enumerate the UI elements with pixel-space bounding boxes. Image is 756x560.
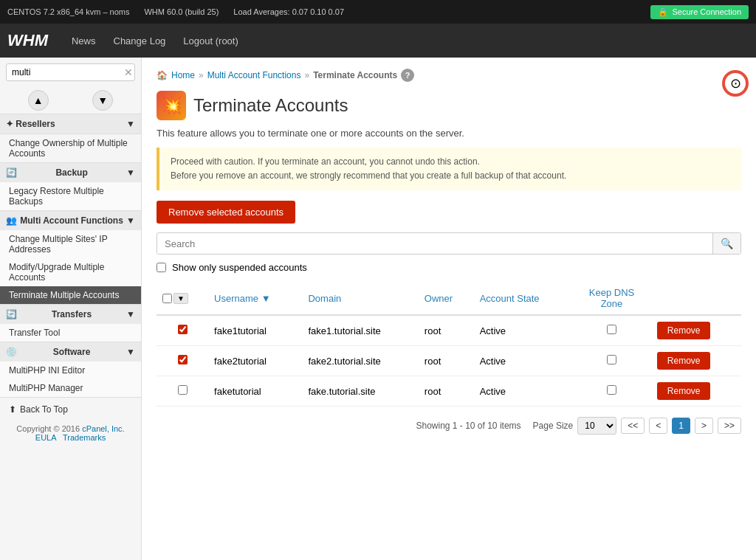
sidebar-section-multi-account-header[interactable]: 👥 Multi Account Functions ▼ [0, 211, 141, 230]
account-search-input[interactable] [157, 234, 712, 254]
row-keep-dns-checkbox-2[interactable] [607, 385, 616, 395]
sidebar-section-software-header[interactable]: 💿 Software ▼ [0, 342, 141, 362]
sidebar-sub-transfers: Transfer Tool [0, 324, 141, 342]
copyright-text: Copyright © 2016 [16, 424, 82, 433]
server-info: CENTOS 7.2 x86_64 kvm – noms WHM 60.0 (b… [7, 7, 344, 16]
pagination-first[interactable]: << [621, 418, 645, 434]
breadcrumb-multi[interactable]: Multi Account Functions [207, 70, 301, 80]
search-row: 🔍 [157, 232, 741, 255]
row-remove-cell: Remove [651, 346, 741, 376]
sidebar-item-terminate[interactable]: Terminate Multiple Accounts [0, 286, 141, 304]
pagination-row: Showing 1 - 10 of 10 items Page Size 10 … [157, 417, 741, 435]
th-username[interactable]: Username ▼ [208, 282, 302, 315]
eula-link[interactable]: EULA [35, 433, 56, 442]
resellers-label: ✦ Resellers [6, 119, 55, 129]
sidebar-section-resellers: ✦ Resellers ▼ [0, 114, 141, 134]
page-description: This feature allows you to terminate one… [157, 128, 741, 139]
row-keep-dns[interactable] [572, 315, 651, 346]
row-owner: root [419, 376, 474, 407]
sidebar-item-change-ownership[interactable]: Change Ownership of Multiple Accounts [0, 134, 141, 162]
sidebar-sub-multi-account: Change Multiple Sites' IP Addresses Modi… [0, 230, 141, 304]
sidebar-section-resellers-header[interactable]: ✦ Resellers ▼ [0, 114, 141, 134]
sidebar-item-transfer-tool[interactable]: Transfer Tool [0, 324, 141, 342]
row-keep-dns-checkbox-0[interactable] [607, 325, 616, 334]
sidebar-item-back-to-top[interactable]: ⬆ Back To Top [0, 401, 141, 418]
nav-changelog[interactable]: Change Log [114, 35, 166, 46]
pagination-prev[interactable]: < [649, 418, 667, 434]
row-keep-dns-checkbox-1[interactable] [607, 355, 616, 364]
nav-logout[interactable]: Logout (root) [183, 35, 238, 46]
sidebar-item-multiphp-manager[interactable]: MultiPHP Manager [0, 379, 141, 397]
row-username: fake2tutorial [208, 346, 302, 376]
sidebar-item-modify-upgrade[interactable]: Modify/Upgrade Multiple Accounts [0, 258, 141, 286]
cpanel-link[interactable]: cPanel, Inc. [82, 424, 124, 433]
warning-line2: Before you remove an account, we strongl… [171, 169, 730, 183]
remove-selected-button[interactable]: Remove selected accounts [157, 201, 295, 224]
sidebar-item-change-ip[interactable]: Change Multiple Sites' IP Addresses [0, 230, 141, 258]
nav-news[interactable]: News [72, 35, 96, 46]
table-row: faketutorial fake.tutorial.site root Act… [157, 376, 741, 407]
pagination-next[interactable]: > [695, 418, 713, 434]
th-owner[interactable]: Owner [419, 282, 474, 315]
warning-box: Proceed with caution. If you terminate a… [157, 148, 741, 190]
help-lifesaver[interactable]: ⊙ [722, 70, 749, 97]
th-keep-dns: Keep DNSZone [572, 282, 651, 315]
breadcrumb-home[interactable]: Home [171, 70, 195, 80]
backup-label: Backup [55, 167, 87, 178]
sidebar-search-input[interactable] [10, 66, 124, 79]
row-domain: fake.tutorial.site [302, 376, 418, 407]
row-remove-button-1[interactable]: Remove [657, 352, 711, 370]
pagination-current[interactable]: 1 [672, 418, 690, 434]
warning-line1: Proceed with caution. If you terminate a… [171, 155, 730, 169]
navbar: WHM News Change Log Logout (root) [0, 24, 756, 58]
th-action [651, 282, 741, 315]
legacy-restore-label: Legacy Restore Multiple Backups [9, 186, 135, 207]
row-checkbox-cell[interactable] [157, 315, 208, 346]
select-all-checkbox[interactable] [162, 294, 172, 303]
row-checkbox-0[interactable] [178, 325, 188, 334]
row-remove-button-2[interactable]: Remove [657, 382, 711, 400]
backup-icon: 🔄 [6, 167, 17, 178]
row-checkbox-1[interactable] [178, 355, 188, 364]
secure-badge: 🔒 Secure Connection [650, 5, 749, 19]
row-state: Active [474, 346, 573, 376]
sidebar-section-backup-header[interactable]: 🔄 Backup ▼ [0, 163, 141, 182]
row-keep-dns[interactable] [572, 346, 651, 376]
row-checkbox-cell[interactable] [157, 346, 208, 376]
whm-version: WHM 60.0 (build 25) [144, 7, 219, 16]
accounts-table: ▼ Username ▼ Domain Owner Account State … [157, 282, 741, 407]
th-domain[interactable]: Domain [302, 282, 418, 315]
breadcrumb-help-icon[interactable]: ? [401, 69, 414, 82]
th-account-state[interactable]: Account State [474, 282, 573, 315]
row-keep-dns[interactable] [572, 376, 651, 407]
whm-logo: WHM [7, 31, 48, 50]
select-dropdown-button[interactable]: ▼ [173, 293, 188, 304]
table-header-row: ▼ Username ▼ Domain Owner Account State … [157, 282, 741, 315]
multi-account-label: Multi Account Functions [20, 215, 123, 226]
row-remove-cell: Remove [651, 315, 741, 346]
load-averages: Load Averages: 0.07 0.10 0.07 [233, 7, 344, 16]
sidebar-nav-arrows: ▲ ▼ [0, 87, 141, 114]
sidebar-nav-up[interactable]: ▲ [28, 90, 49, 111]
search-submit-button[interactable]: 🔍 [712, 233, 740, 254]
sidebar-search-clear[interactable]: ✕ [124, 66, 133, 78]
row-checkbox-2[interactable] [178, 385, 188, 395]
row-remove-cell: Remove [651, 376, 741, 407]
lock-icon: 🔒 [658, 7, 668, 17]
row-remove-button-0[interactable]: Remove [657, 322, 711, 339]
sidebar-item-multiphp-ini[interactable]: MultiPHP INI Editor [0, 362, 141, 379]
sidebar-item-legacy-restore[interactable]: Legacy Restore Multiple Backups [0, 182, 141, 210]
row-state: Active [474, 315, 573, 346]
row-checkbox-cell[interactable] [157, 376, 208, 407]
trademarks-link[interactable]: Trademarks [63, 433, 106, 442]
suspended-filter-checkbox[interactable] [157, 263, 166, 272]
table-row: fake1tutorial fake1.tutorial.site root A… [157, 315, 741, 346]
resellers-chevron: ▼ [126, 119, 135, 129]
pagination-last[interactable]: >> [718, 418, 741, 434]
sidebar-section-transfers: 🔄 Transfers ▼ Transfer Tool [0, 305, 141, 342]
sidebar-nav-down[interactable]: ▼ [92, 90, 113, 111]
page-size-select[interactable]: 10 25 50 100 [577, 417, 616, 435]
sidebar-section-transfers-header[interactable]: 🔄 Transfers ▼ [0, 305, 141, 324]
sidebar-search-box[interactable]: ✕ [6, 63, 135, 81]
home-icon: 🏠 [157, 70, 168, 80]
